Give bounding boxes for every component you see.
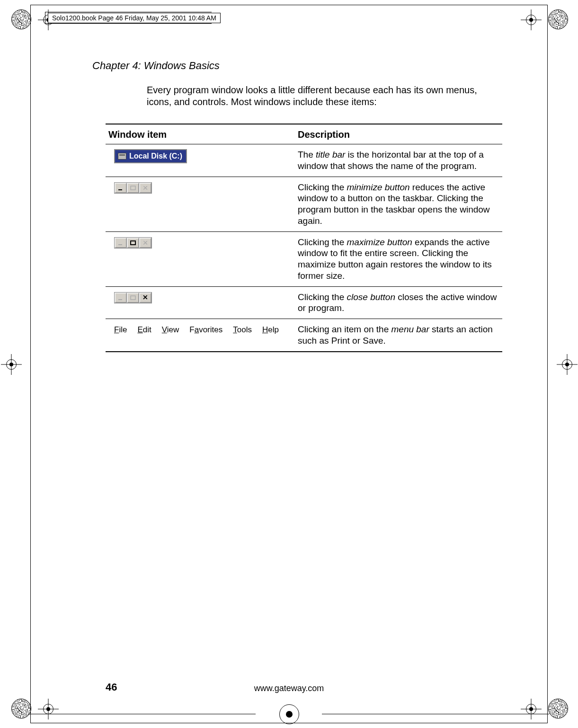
window-items-table: Window item Description Local Disk (C:) …: [106, 124, 502, 352]
minimize-icon-faded: [115, 238, 127, 248]
menu-tools: Tools: [233, 325, 252, 335]
menu-view: View: [162, 325, 179, 335]
menu-favorites: Favorites: [189, 325, 222, 335]
table-row: × Clicking the minimize button reduces t…: [106, 177, 502, 231]
minimize-icon: [115, 183, 127, 193]
maximize-button-group: ×: [114, 237, 152, 249]
registration-mark-bottom-right: [548, 699, 568, 719]
svg-rect-0: [118, 189, 122, 190]
svg-rect-2: [118, 244, 122, 245]
svg-rect-5: [131, 296, 135, 300]
maximize-icon-faded: [127, 183, 139, 193]
registration-mark-bottom-left: [11, 699, 31, 719]
col-header-description: Description: [295, 124, 502, 144]
crosshair-mid-right: [557, 354, 578, 375]
titlebar-label: Local Disk (C:): [129, 151, 182, 161]
running-head-text: Solo1200.book Page 46 Friday, May 25, 20…: [52, 14, 216, 22]
desc-minimize: Clicking the minimize button reduces the…: [295, 177, 502, 231]
desc-close: Clicking the close button closes the act…: [295, 286, 502, 319]
desc-maximize: Clicking the maximize button expands the…: [295, 231, 502, 286]
svg-rect-3: [131, 241, 135, 245]
maximize-icon: [127, 238, 139, 248]
close-button-group: ✕: [114, 292, 152, 303]
col-header-window-item: Window item: [106, 124, 295, 144]
close-icon-faded: ×: [139, 238, 151, 248]
minimize-icon-faded: [115, 293, 127, 303]
intro-paragraph: Every program window looks a little diff…: [147, 84, 492, 108]
svg-rect-1: [131, 186, 135, 190]
titlebar-icon: Local Disk (C:): [114, 149, 187, 163]
table-row: ✕ Clicking the close button closes the a…: [106, 286, 502, 319]
menu-edit: Edit: [137, 325, 151, 335]
table-row: Local Disk (C:) The title bar is the hor…: [106, 144, 502, 177]
svg-rect-4: [118, 299, 122, 300]
crosshair-mid-left: [1, 354, 22, 375]
page-frame: Solo1200.book Page 46 Friday, May 25, 20…: [30, 5, 548, 723]
table-row: File Edit View Favorites Tools Help Clic…: [106, 319, 502, 352]
footer-url: www.gateway.com: [31, 684, 547, 693]
maximize-icon-faded: [127, 293, 139, 303]
running-head: Solo1200.book Page 46 Friday, May 25, 20…: [45, 12, 218, 22]
close-icon-faded: ×: [139, 183, 151, 193]
registration-mark-top-right: [548, 9, 568, 29]
close-icon: ✕: [139, 293, 151, 303]
minimize-button-group: ×: [114, 182, 152, 194]
table-row: × Clicking the maximize button expands t…: [106, 231, 502, 286]
menu-file: File: [114, 325, 127, 335]
registration-mark-top-left: [11, 9, 31, 29]
menu-help: Help: [262, 325, 279, 335]
desc-menu-bar: Clicking an item on the menu bar starts …: [295, 319, 502, 352]
menu-bar-icon: File Edit View Favorites Tools Help: [114, 325, 279, 335]
chapter-title: Chapter 4: Windows Basics: [92, 60, 220, 72]
desc-title-bar: The title bar is the horizontal bar at t…: [295, 144, 502, 177]
disk-icon: [118, 153, 126, 160]
